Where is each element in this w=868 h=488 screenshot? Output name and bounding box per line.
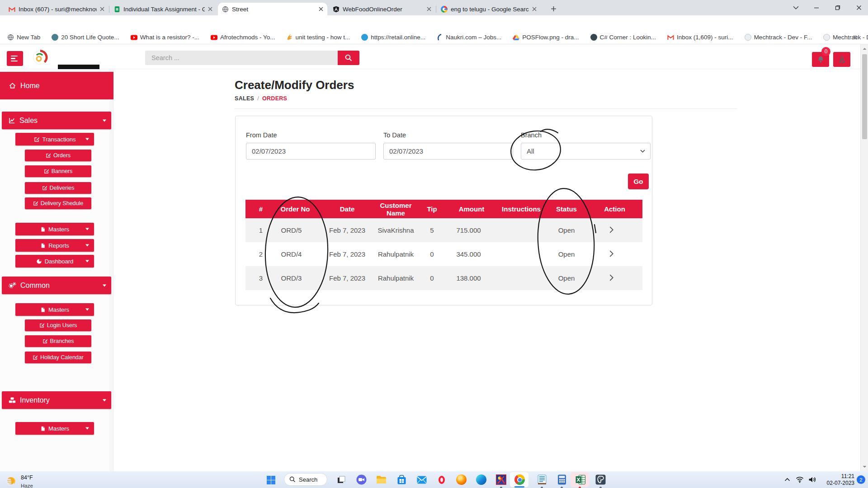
bookmark-item[interactable]: Mechtrack - Dev - F...: [823, 34, 868, 41]
tray-chevron-icon[interactable]: [784, 478, 790, 482]
bookmark-item[interactable]: Afrotechmods - Yo...: [211, 34, 275, 41]
new-tab-button[interactable]: [548, 4, 558, 14]
sidebar-item-banners[interactable]: Banners: [25, 165, 91, 177]
calculator-app-icon[interactable]: [556, 474, 567, 485]
tab-close-icon[interactable]: [208, 7, 212, 11]
taskbar-search[interactable]: Search: [284, 473, 327, 486]
search-icon: [345, 54, 352, 61]
tab-active-street[interactable]: Street: [218, 3, 327, 15]
table-row[interactable]: 2 ORD/4 Feb 7, 2023 Rahulpatnik 0 345.00…: [245, 242, 642, 266]
tab-close-icon[interactable]: [427, 7, 431, 11]
sidebar-item-masters-inventory[interactable]: Masters: [15, 422, 94, 435]
main-content: Create/Modify Orders SALES/ORDERS From D…: [113, 69, 860, 471]
tab-search-chevron-icon[interactable]: [792, 4, 799, 11]
sidebar-toggle-button[interactable]: [7, 51, 23, 66]
edge-browser-icon[interactable]: [476, 474, 487, 485]
table-row[interactable]: 3 ORD/3 Feb 7, 2023 Rahulpatnik 0 138.00…: [245, 266, 642, 290]
sidebar-item-masters[interactable]: Masters: [15, 223, 94, 235]
row-expand-chevron[interactable]: [587, 218, 642, 242]
notepad-app-icon[interactable]: [536, 474, 547, 485]
sidebar-item-delivery-schedule[interactable]: Delivery Shedule: [25, 197, 91, 209]
sidebar-item-reports[interactable]: Reports: [15, 239, 94, 252]
clock-date: 02-07-2023: [827, 480, 854, 486]
sidebar-item-login-users[interactable]: Login Users: [25, 319, 91, 331]
to-date-input[interactable]: [383, 143, 513, 160]
bookmark-item[interactable]: Inbox (1,609) - suri...: [667, 34, 733, 41]
to-date-label: To Date: [383, 131, 406, 139]
xming-app-icon[interactable]: [495, 474, 507, 485]
sidebar-item-orders[interactable]: Orders: [25, 150, 91, 161]
bookmark-item[interactable]: unit testing - how t...: [287, 34, 350, 41]
row-expand-chevron[interactable]: [587, 266, 642, 290]
row-expand-chevron[interactable]: [587, 242, 642, 266]
sidebar-item-branches[interactable]: Branches: [25, 335, 91, 347]
sidebar-label: Inventory: [20, 396, 50, 404]
volume-icon[interactable]: [808, 476, 816, 483]
sidebar-item-home[interactable]: Home: [0, 72, 113, 99]
chevron-down-icon: [85, 260, 89, 263]
tab-close-icon[interactable]: [532, 7, 537, 11]
mail-app-icon[interactable]: [416, 474, 427, 485]
go-button[interactable]: Go: [628, 174, 649, 189]
bookmark-item[interactable]: Naukri.com – Jobs...: [437, 34, 501, 41]
bookmark-item[interactable]: Mechtrack - Dev - F...: [745, 34, 812, 41]
opera-browser-icon[interactable]: [436, 474, 447, 485]
tab-close-icon[interactable]: [319, 7, 323, 11]
sidebar-item-transactions[interactable]: Transactions: [15, 133, 94, 145]
scroll-down-icon[interactable]: [862, 464, 867, 469]
tab-google-search[interactable]: eng to telugu - Google Search: [437, 3, 541, 15]
sidebar-item-holiday-calendar[interactable]: Holiday Calendar: [25, 352, 91, 363]
weather-widget[interactable]: 84°FHaze: [5, 473, 33, 488]
profile-button[interactable]: [833, 52, 850, 67]
firefox-browser-icon[interactable]: [456, 474, 467, 485]
chart-line-icon: [9, 117, 15, 124]
bookmark-item[interactable]: 20 Short Life Quote...: [52, 34, 119, 41]
scrollbar-thumb[interactable]: [862, 54, 867, 139]
taskbar-clock[interactable]: 11:21 02-07-2023: [817, 473, 854, 487]
sidebar-scrollbar[interactable]: [109, 69, 113, 471]
sidebar-item-deliveries[interactable]: Deliveries: [25, 182, 91, 194]
sidebar-item-masters-common[interactable]: Masters: [15, 303, 94, 316]
notification-count-badge[interactable]: 2: [857, 475, 865, 484]
excel-running-dot: [579, 487, 581, 488]
tab-gmail[interactable]: Inbox (607) - suri@mechknowso: [5, 3, 108, 15]
task-view-button[interactable]: [335, 474, 347, 485]
col-header-instructions: Instructions: [496, 200, 546, 218]
chrome-browser-icon[interactable]: [514, 474, 525, 485]
postgres-app-icon[interactable]: [595, 474, 606, 485]
bookmark-item[interactable]: New Tab: [7, 34, 40, 41]
sidebar-item-sales[interactable]: Sales: [2, 112, 111, 129]
from-date-input[interactable]: [246, 143, 376, 160]
app-search-button[interactable]: [338, 51, 359, 65]
sidebar-label: Delivery Shedule: [41, 200, 84, 206]
sidebar-item-dashboard[interactable]: Dashboard: [15, 255, 94, 267]
tab-close-icon[interactable]: [100, 7, 104, 11]
excel-app-icon[interactable]: [575, 474, 586, 485]
bookmark-item[interactable]: https://retail.online...: [361, 34, 425, 41]
sidebar-item-inventory[interactable]: Inventory: [2, 391, 111, 409]
microsoft-store-icon[interactable]: [396, 474, 407, 485]
chat-app-icon[interactable]: [356, 474, 367, 485]
haze-sun-icon: [5, 475, 17, 487]
sidebar-item-common[interactable]: Common: [2, 277, 111, 294]
table-row[interactable]: 1 ORD/5 Feb 7, 2023 SivaKrishna 5 715.00…: [245, 218, 642, 242]
window-close-button[interactable]: [855, 4, 863, 11]
bookmark-item[interactable]: POSFlow.png - dra...: [513, 34, 579, 41]
bookmark-item[interactable]: What is a resistor? -...: [131, 34, 199, 41]
tab-webfoodonlineorder[interactable]: WebFoodOnlineOrder: [329, 3, 435, 15]
breadcrumb-parent[interactable]: SALES: [235, 95, 254, 102]
col-header-tip: Tip: [417, 200, 447, 218]
scroll-up-icon[interactable]: [862, 47, 867, 52]
page-scrollbar[interactable]: [860, 44, 868, 471]
start-button[interactable]: [266, 475, 276, 485]
file-explorer-icon[interactable]: [376, 474, 387, 485]
bookmark-item[interactable]: C# Corner : Lookin...: [590, 34, 656, 41]
window-minimize-button[interactable]: [813, 4, 820, 11]
app-search-input[interactable]: [145, 51, 338, 65]
bookmarks-overflow-icon[interactable]: [853, 35, 858, 40]
branch-select[interactable]: All: [521, 143, 651, 160]
sidebar-label: Dashboard: [45, 258, 74, 265]
tab-sheets[interactable]: Individual Task Assignment - Go: [110, 3, 217, 15]
window-restore-button[interactable]: [834, 4, 841, 11]
wifi-icon[interactable]: [796, 476, 804, 483]
